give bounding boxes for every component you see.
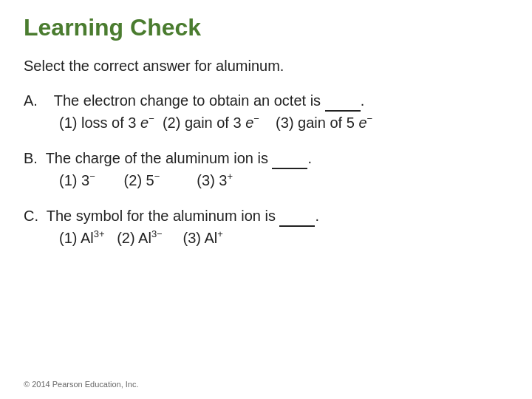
question-c-stem: C. The symbol for the aluminum ion is . [24,203,508,227]
blank-a [325,88,361,112]
question-b: B. The charge of the aluminum ion is . (… [24,146,508,191]
intro-text: Select the correct answer for aluminum. [24,58,508,75]
question-a-options: (1) loss of 3 e− (2) gain of 3 e− (3) ga… [59,112,508,134]
blank-b [272,146,307,169]
footer-text: © 2014 Pearson Education, Inc. [24,380,138,389]
question-b-options: (1) 3− (2) 5− (3) 3+ [59,169,508,191]
question-a-stem: A. The electron change to obtain an octe… [24,88,508,112]
question-c-options: (1) Al3+ (2) Al3− (3) Al+ [59,227,508,249]
question-a: A. The electron change to obtain an octe… [24,88,508,134]
page-container: Learning Check Select the correct answer… [0,0,532,399]
question-c: C. The symbol for the aluminum ion is . … [24,203,508,249]
blank-c [279,203,315,227]
question-b-stem: B. The charge of the aluminum ion is . [24,146,508,169]
page-title: Learning Check [24,13,508,41]
